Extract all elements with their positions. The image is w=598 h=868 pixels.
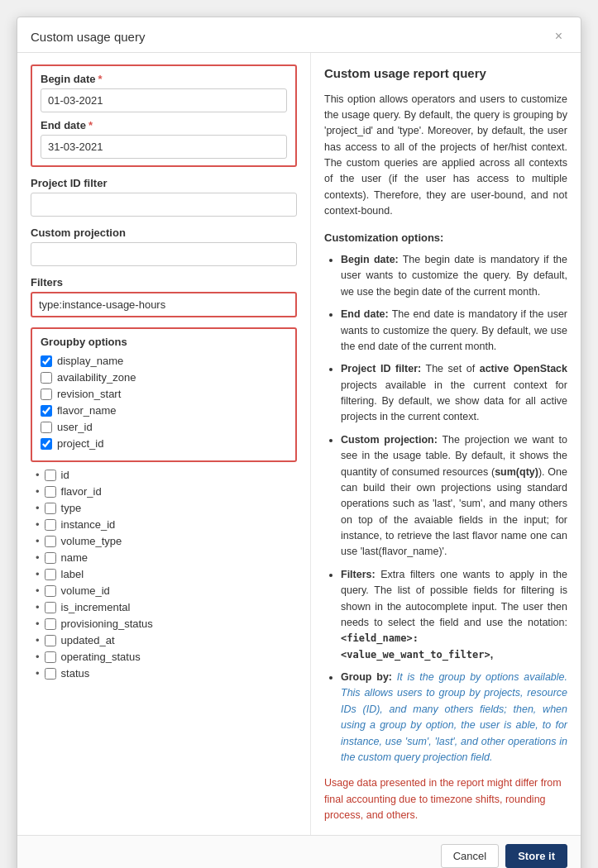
filters-input-wrapper <box>31 292 297 317</box>
begin-date-input[interactable] <box>41 88 287 112</box>
checkbox-project-id[interactable] <box>41 438 52 450</box>
checkbox-flavor-id[interactable] <box>45 486 56 498</box>
checkbox-label[interactable] <box>45 569 56 580</box>
begin-date-label: Begin date * <box>41 73 287 85</box>
help-title: Custom usage report query <box>324 64 567 83</box>
begin-date-required: * <box>98 73 102 85</box>
modal-header: Custom usage query × <box>17 17 581 53</box>
project-id-label: Project ID filter <box>31 177 297 189</box>
list-item: • type <box>36 502 297 514</box>
end-date-input[interactable] <box>41 135 287 159</box>
list-item: • updated_at <box>36 634 297 646</box>
end-date-group: End date * <box>41 119 287 159</box>
store-button[interactable]: Store it <box>505 844 567 868</box>
checkbox-volume-id[interactable] <box>45 585 56 597</box>
help-option-groupby: Group by: It is the group by options ava… <box>341 670 567 765</box>
groupby-container: Groupby options display_name availabilit… <box>31 327 297 462</box>
checkbox-is-incremental[interactable] <box>45 602 56 613</box>
list-item: display_name <box>41 355 287 367</box>
filters-label: Filters <box>31 276 297 289</box>
project-id-input[interactable] <box>31 193 297 217</box>
left-panel: Begin date * End date * Project ID filte… <box>17 53 311 835</box>
checkbox-type[interactable] <box>45 503 56 514</box>
list-item: • provisioning_status <box>36 618 297 630</box>
help-option-projection: Custom projection: The projection we wan… <box>341 432 567 560</box>
date-group: Begin date * End date * <box>31 64 297 167</box>
list-item: availability_zone <box>41 371 287 384</box>
checkbox-volume-type[interactable] <box>45 536 56 547</box>
project-id-group: Project ID filter <box>31 177 297 217</box>
filters-group: Filters <box>31 276 297 317</box>
custom-projection-group: Custom projection <box>31 227 297 266</box>
help-option-project-id: Project ID filter: The set of active Ope… <box>341 361 567 426</box>
groupby-checked-list: display_name availability_zone revision_… <box>41 355 287 450</box>
list-item: • volume_id <box>36 584 297 597</box>
list-item: • volume_type <box>36 535 297 547</box>
list-item: • operating_status <box>36 651 297 663</box>
checkbox-availability-zone[interactable] <box>41 372 52 384</box>
list-item: revision_start <box>41 388 287 400</box>
filters-input[interactable] <box>39 298 289 311</box>
checkbox-status[interactable] <box>45 668 56 680</box>
custom-projection-input[interactable] <box>31 242 297 266</box>
list-item: • flavor_id <box>36 485 297 498</box>
help-option-filters: Filters: Extra filters one wants to appl… <box>341 567 567 663</box>
checkbox-operating-status[interactable] <box>45 651 56 663</box>
modal-footer: Cancel Store it <box>17 835 581 868</box>
modal-body: Begin date * End date * Project ID filte… <box>17 53 581 835</box>
right-panel: Custom usage report query This option al… <box>311 53 581 835</box>
checkbox-user-id[interactable] <box>41 422 52 433</box>
help-option-begin-date: Begin date: The begin date is mandatory … <box>341 252 567 300</box>
list-item: user_id <box>41 421 287 433</box>
help-intro: This option allows operators and users t… <box>324 92 567 220</box>
end-date-label: End date * <box>41 119 287 131</box>
help-note: Usage data presented in the report might… <box>324 775 567 823</box>
checkbox-display-name[interactable] <box>41 355 52 367</box>
end-date-required: * <box>89 119 93 131</box>
checkbox-instance-id[interactable] <box>45 519 56 531</box>
list-item: • instance_id <box>36 518 297 531</box>
checkbox-revision-start[interactable] <box>41 389 52 400</box>
modal-container: Custom usage query × Begin date * End da… <box>17 17 581 868</box>
groupby-title: Groupby options <box>41 336 287 348</box>
list-item: project_id <box>41 437 287 450</box>
close-button[interactable]: × <box>550 27 567 45</box>
modal-title: Custom usage query <box>31 30 145 44</box>
list-item: • label <box>36 568 297 580</box>
list-item: • name <box>36 551 297 564</box>
list-item: • id <box>36 469 297 481</box>
checkbox-name[interactable] <box>45 552 56 564</box>
checkbox-provisioning-status[interactable] <box>45 618 56 630</box>
custom-projection-label: Custom projection <box>31 227 297 239</box>
checkbox-updated-at[interactable] <box>45 635 56 646</box>
checkbox-flavor-name[interactable] <box>41 405 52 417</box>
begin-date-group: Begin date * <box>41 73 287 112</box>
groupby-extra-list: • id • flavor_id • type • instan <box>31 469 297 680</box>
help-options-title: Customization options: <box>324 230 567 246</box>
help-option-end-date: End date: The end date is mandatory if t… <box>341 307 567 355</box>
checkbox-id[interactable] <box>45 470 56 481</box>
list-item: • status <box>36 667 297 680</box>
list-item: flavor_name <box>41 404 287 417</box>
list-item: • is_incremental <box>36 601 297 613</box>
cancel-button[interactable]: Cancel <box>441 844 499 868</box>
help-options-list: Begin date: The begin date is mandatory … <box>324 252 567 765</box>
